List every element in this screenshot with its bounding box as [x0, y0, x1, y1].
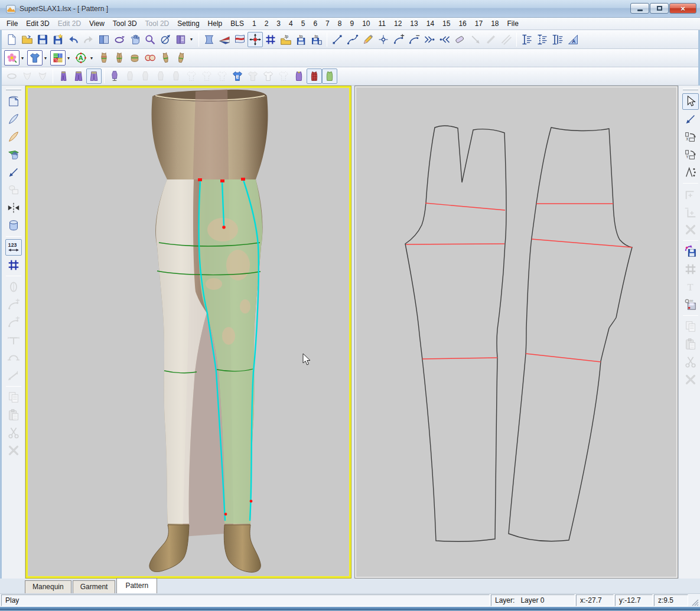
pan-view-button[interactable]	[127, 32, 142, 47]
menu-item-setting[interactable]: Setting	[173, 18, 203, 29]
tp-open-button[interactable]	[278, 32, 294, 47]
mannequin-section-button[interactable]	[142, 50, 158, 66]
surface-flag-button[interactable]	[232, 32, 248, 47]
menu-item-15-23[interactable]: 15	[438, 18, 454, 29]
menu-item-1-9[interactable]: 1	[248, 18, 261, 29]
cut-seam-free-button[interactable]	[5, 129, 22, 145]
texture-flower-button[interactable]	[4, 50, 19, 66]
fabric-pattern-dropdown[interactable]: ▾	[66, 55, 71, 61]
surface-concave-button[interactable]	[201, 32, 217, 47]
drape-surface-button[interactable]	[5, 146, 22, 163]
flip-y-button[interactable]	[682, 146, 699, 163]
interval-double-button[interactable]	[550, 32, 565, 47]
undo-button[interactable]	[66, 32, 81, 47]
menu-item-11-19[interactable]: 11	[375, 18, 390, 29]
mannequin-side-left-button[interactable]	[158, 50, 173, 66]
minimize-button[interactable]	[630, 3, 649, 14]
mannequin-front-button[interactable]	[96, 50, 112, 66]
menu-item-file[interactable]: File	[2, 18, 22, 29]
menu-item-help[interactable]: Help	[204, 18, 227, 29]
menu-item-10-18[interactable]: 10	[358, 18, 374, 29]
menu-item-8-16[interactable]: 8	[334, 18, 346, 29]
surface-wedge-button[interactable]	[217, 32, 232, 47]
orbit-view-button[interactable]	[158, 32, 173, 47]
menu-item-file-27[interactable]: File	[503, 18, 523, 29]
sync-to-3d-button[interactable]	[682, 243, 699, 260]
eraser-tool-button[interactable]	[452, 32, 468, 47]
menu-item-9-17[interactable]: 9	[346, 18, 358, 29]
pattern-piece-back[interactable]	[405, 126, 506, 541]
line-tool-button[interactable]	[330, 32, 345, 47]
close-button[interactable]: ×	[669, 3, 696, 14]
measure-123-button[interactable]	[5, 239, 22, 256]
curve-tool-button[interactable]	[345, 32, 360, 47]
dart-points-button[interactable]	[682, 164, 699, 181]
top-green-button[interactable]	[322, 68, 337, 84]
tab-pattern[interactable]: Pattern	[116, 578, 157, 593]
pattern-book-dropdown[interactable]: ▾	[188, 37, 194, 42]
tp-save-button[interactable]	[294, 32, 309, 47]
grid-3d-button[interactable]	[5, 257, 22, 273]
move-tool-button[interactable]	[248, 32, 263, 47]
menu-item-2-10[interactable]: 2	[261, 18, 273, 29]
rotate-view-button[interactable]	[112, 32, 127, 47]
pants-front-button[interactable]	[71, 68, 86, 84]
merge-points-button[interactable]	[422, 32, 437, 47]
menu-item-view[interactable]: View	[85, 18, 109, 29]
mannequin-back-button[interactable]	[112, 50, 127, 66]
interval-vertical-button[interactable]	[519, 32, 535, 47]
menu-item-18-26[interactable]: 18	[487, 18, 503, 29]
fabric-pattern-button[interactable]	[50, 50, 66, 66]
menu-item-12-20[interactable]: 12	[390, 18, 406, 29]
tp-save-as-button[interactable]	[309, 32, 324, 47]
save-project-button[interactable]	[50, 32, 66, 47]
garment-preset-dropdown[interactable]: ▾	[43, 55, 48, 61]
point-tool-button[interactable]	[376, 32, 391, 47]
viewport-2d-canvas[interactable]	[356, 87, 676, 577]
menu-item-edit-3d[interactable]: Edit 3D	[22, 18, 53, 29]
curve-add-button[interactable]	[391, 32, 406, 47]
open-file-button[interactable]	[19, 32, 35, 47]
garment-preset-button[interactable]	[27, 50, 43, 66]
pick-point-button[interactable]	[5, 164, 22, 181]
split-points-button[interactable]	[437, 32, 452, 47]
save-file-button[interactable]	[35, 32, 50, 47]
viewport-3d-canvas[interactable]	[28, 88, 349, 576]
flip-x-button[interactable]	[682, 129, 699, 145]
dressform-button[interactable]	[107, 68, 122, 84]
resize-grip[interactable]	[689, 594, 699, 606]
grading-button[interactable]	[565, 32, 581, 47]
maximize-button[interactable]	[650, 3, 669, 14]
menu-item-5-13[interactable]: 5	[297, 18, 310, 29]
zoom-view-button[interactable]	[142, 32, 158, 47]
toolbar-grip[interactable]	[6, 88, 21, 90]
select-surface-button[interactable]	[5, 93, 22, 110]
menu-item-bls[interactable]: BLS	[226, 18, 248, 29]
menu-item-7-15[interactable]: 7	[321, 18, 334, 29]
pencil-tool-button[interactable]	[360, 32, 376, 47]
menu-item-16-24[interactable]: 16	[454, 18, 470, 29]
mannequin-hip-button[interactable]	[127, 50, 142, 66]
pattern-book-button[interactable]	[173, 32, 188, 47]
grid-snap-button[interactable]	[263, 32, 278, 47]
interval-dashed-button[interactable]	[535, 32, 550, 47]
shirt-layer-1-button[interactable]	[230, 68, 245, 84]
toolbar-grip-right[interactable]	[683, 88, 698, 90]
roll-surface-button[interactable]	[5, 217, 22, 234]
curve-remove-button[interactable]	[406, 32, 422, 47]
pants-back-button[interactable]	[86, 68, 102, 84]
menu-item-3-11[interactable]: 3	[272, 18, 285, 29]
top-fitted-button[interactable]	[291, 68, 307, 84]
record-save-button[interactable]	[682, 296, 699, 313]
menu-item-13-21[interactable]: 13	[406, 18, 422, 29]
top-check-button[interactable]	[307, 68, 322, 84]
texture-flower-dropdown[interactable]: ▾	[19, 55, 25, 61]
tab-garment[interactable]: Garment	[73, 580, 116, 593]
select-pattern-button[interactable]	[682, 93, 699, 110]
title-bar[interactable]: SuperSLAX1.lsx - [ Pattern ] ×	[0, 0, 700, 18]
menu-item-14-22[interactable]: 14	[422, 18, 438, 29]
avatar-mode-button[interactable]	[73, 50, 89, 66]
tab-manequin[interactable]: Manequin	[25, 580, 71, 593]
avatar-mode-dropdown[interactable]: ▾	[89, 55, 95, 61]
pick-line-button[interactable]	[682, 111, 699, 128]
